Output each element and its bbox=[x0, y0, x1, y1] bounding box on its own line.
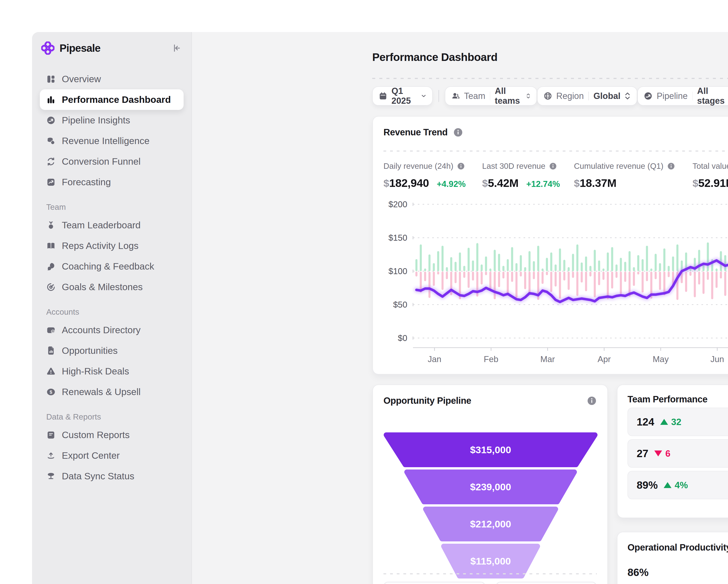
info-icon[interactable] bbox=[457, 162, 465, 170]
sidebar-item-label: Pipeline Insights bbox=[62, 115, 130, 126]
sort-chevrons-icon bbox=[624, 92, 631, 100]
sidebar-item-custom-reports[interactable]: Custom Reports bbox=[40, 425, 184, 445]
svg-text:$200: $200 bbox=[389, 200, 407, 209]
medal-icon bbox=[46, 221, 56, 230]
revenue-trend-chart: $200$150$100$50$0JanFebMarAprMayJunJulAu… bbox=[373, 193, 728, 367]
sidebar-item-label: Reps Activity Logs bbox=[62, 240, 138, 251]
sidebar-item-revenue-intelligence[interactable]: Revenue Intelligence bbox=[40, 130, 184, 151]
metric-delta: 6 bbox=[665, 449, 670, 459]
sidebar-item-opportunities[interactable]: Opportunities bbox=[40, 340, 184, 361]
sidebar-item-coaching-feedback[interactable]: Coaching & Feedback bbox=[40, 256, 184, 277]
sidebar-section-accounts: Accounts bbox=[40, 304, 184, 320]
sidebar-item-label: Coaching & Feedback bbox=[62, 261, 154, 272]
trend-box-icon bbox=[46, 177, 56, 187]
sidebar-item-label: Goals & Milestones bbox=[62, 282, 142, 293]
period-filter[interactable]: Q1 2025 bbox=[372, 86, 433, 106]
stat-daily-revenue: Daily revenue (24h) $182,940+4.92% bbox=[384, 161, 466, 189]
sidebar-item-label: Renewals & Upsell bbox=[62, 387, 140, 397]
info-icon[interactable] bbox=[453, 127, 463, 137]
warning-icon bbox=[46, 367, 56, 376]
sidebar-item-label: Accounts Directory bbox=[62, 325, 140, 335]
stat-value: 182,940 bbox=[389, 177, 429, 189]
cycle-icon bbox=[46, 157, 56, 166]
opportunity-pipeline-card: Opportunity Pipeline $315,000$239,000$21… bbox=[372, 384, 608, 584]
funnel-footer-box[interactable] bbox=[496, 582, 597, 584]
info-icon[interactable] bbox=[667, 162, 675, 170]
report-icon bbox=[46, 430, 56, 440]
sidebar-item-reps-activity-logs[interactable]: Reps Activity Logs bbox=[40, 235, 184, 256]
svg-text:Mar: Mar bbox=[540, 355, 555, 364]
sidebar-item-pipeline-insights[interactable]: Pipeline Insights bbox=[40, 110, 184, 130]
sidebar-section-team: Team bbox=[40, 199, 184, 215]
sidebar-item-label: Conversion Funnel bbox=[62, 156, 140, 167]
main-content: Performance Dashboard Q1 2025 bbox=[192, 32, 728, 584]
sidebar-item-goals-milestones[interactable]: Goals & Milestones bbox=[40, 277, 184, 297]
card-separator bbox=[384, 150, 728, 152]
pill-divider bbox=[692, 92, 693, 100]
file-chart-icon bbox=[46, 346, 56, 355]
filter-divider bbox=[438, 90, 439, 102]
delta-up-icon bbox=[660, 419, 668, 425]
team-label: Team bbox=[464, 91, 485, 101]
sidebar-item-team-leaderboard[interactable]: Team Leaderboard bbox=[40, 215, 184, 235]
users-icon bbox=[451, 92, 460, 100]
database-icon bbox=[46, 472, 56, 481]
sidebar-item-high-risk-deals[interactable]: High-Risk Deals bbox=[40, 361, 184, 382]
delta-up-icon bbox=[664, 482, 672, 488]
sidebar-item-forecasting[interactable]: Forecasting bbox=[40, 172, 184, 193]
metric-delta: 4% bbox=[675, 480, 688, 490]
stat-30d-revenue: Last 30D revenue $5.42M+12.74% bbox=[482, 161, 560, 189]
stat-label: Cumulative revenue (Q1) bbox=[574, 161, 664, 171]
stat-label: Daily revenue (24h) bbox=[384, 161, 453, 171]
collapse-sidebar-icon[interactable] bbox=[172, 43, 182, 53]
info-icon[interactable] bbox=[587, 396, 597, 406]
sidebar-item-accounts-directory[interactable]: Accounts Directory bbox=[40, 320, 184, 340]
card-title: Team Performance bbox=[627, 394, 707, 404]
sidebar-item-label: Opportunities bbox=[62, 345, 118, 356]
funnel-footer-box[interactable] bbox=[384, 582, 485, 584]
svg-text:Jun: Jun bbox=[710, 355, 724, 364]
svg-text:$239,000: $239,000 bbox=[470, 481, 511, 492]
svg-text:$100: $100 bbox=[389, 266, 407, 276]
sidebar-item-export-center[interactable]: Export Center bbox=[40, 445, 184, 466]
currency-sign: $ bbox=[693, 177, 698, 189]
stat-delta: +12.74% bbox=[526, 179, 560, 189]
pipeline-filter[interactable]: Pipeline All stages bbox=[638, 86, 728, 106]
currency-sign: $ bbox=[574, 177, 580, 189]
sidebar-item-renewals-upsell[interactable]: $ Renewals & Upsell bbox=[40, 382, 184, 402]
team-performance-row-completion-rate: 89% 4% Completion Rate bbox=[627, 471, 728, 499]
sidebar-item-data-sync-status[interactable]: Data Sync Status bbox=[40, 466, 184, 486]
dollar-coin-icon: $ bbox=[46, 387, 56, 397]
currency-sign: $ bbox=[482, 177, 488, 189]
svg-text:Apr: Apr bbox=[598, 355, 611, 364]
wallet-icon bbox=[46, 325, 56, 335]
team-filter[interactable]: Team All teams bbox=[445, 86, 537, 106]
sidebar-item-conversion-funnel[interactable]: Conversion Funnel bbox=[40, 151, 184, 172]
region-filter[interactable]: Region Global bbox=[537, 86, 638, 106]
region-label: Region bbox=[556, 91, 584, 101]
sidebar-item-overview[interactable]: Overview bbox=[40, 69, 184, 89]
globe-icon bbox=[544, 92, 552, 100]
sidebar-item-performance-dashboard[interactable]: Performance Dashboard bbox=[40, 89, 184, 110]
sidebar-item-label: Overview bbox=[62, 74, 101, 84]
region-value: Global bbox=[593, 91, 620, 101]
metric-value: 124 bbox=[636, 416, 654, 428]
info-icon[interactable] bbox=[549, 162, 557, 170]
svg-text:$212,000: $212,000 bbox=[470, 518, 511, 530]
circle-arrow-icon bbox=[46, 116, 56, 125]
svg-text:$115,000: $115,000 bbox=[470, 556, 511, 566]
funnel-chart: $315,000$239,000$212,000$115,000 bbox=[384, 430, 598, 584]
sidebar-header: Pipesale bbox=[40, 36, 184, 59]
bar-chart-icon bbox=[46, 95, 56, 104]
book-icon bbox=[46, 241, 56, 251]
stat-value: 52.91M bbox=[698, 177, 728, 189]
calendar-icon bbox=[379, 92, 387, 100]
chat-icon bbox=[46, 262, 56, 271]
app-panel: Pipesale Overview Performance Dashboard bbox=[32, 32, 728, 584]
team-value: All teams bbox=[495, 86, 522, 106]
operational-productivity-card: Operational Productivity 86% Productivit… bbox=[617, 532, 728, 584]
coins-icon bbox=[46, 136, 56, 146]
svg-text:$50: $50 bbox=[393, 300, 407, 309]
sidebar-item-label: High-Risk Deals bbox=[62, 366, 129, 377]
svg-text:Jan: Jan bbox=[427, 355, 441, 364]
